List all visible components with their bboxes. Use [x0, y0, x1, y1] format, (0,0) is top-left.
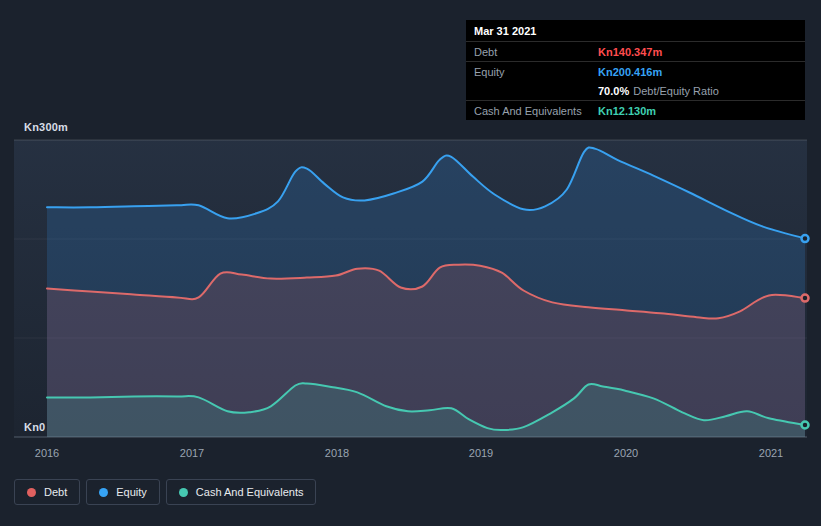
- tooltip-equity-row: Equity Kn200.416m: [466, 62, 805, 81]
- chart-legend: Debt Equity Cash And Equivalents: [14, 479, 316, 505]
- legend-cash-label: Cash And Equivalents: [196, 486, 304, 498]
- debt-equity-chart-panel: Kn300m Kn0 2016 2017 2018 2019 2020 2021…: [0, 0, 821, 526]
- tooltip-debt-value: Kn140.347m: [598, 46, 662, 58]
- cash-legend-dot-icon: [179, 488, 188, 497]
- debt-legend-dot-icon: [27, 488, 36, 497]
- tooltip-ratio-row: 70.0%Debt/Equity Ratio: [466, 81, 805, 101]
- tooltip-date: Mar 31 2021: [466, 20, 805, 42]
- x-tick-2017: 2017: [180, 447, 204, 459]
- tooltip-equity-value: Kn200.416m: [598, 66, 662, 78]
- tooltip-debt-label: Debt: [474, 46, 598, 58]
- legend-item-cash[interactable]: Cash And Equivalents: [166, 479, 317, 505]
- tooltip-cash-row: Cash And Equivalents Kn12.130m: [466, 101, 805, 120]
- legend-debt-label: Debt: [44, 486, 67, 498]
- x-tick-2016: 2016: [35, 447, 59, 459]
- y-axis-max-label: Kn300m: [24, 121, 68, 133]
- legend-item-debt[interactable]: Debt: [14, 479, 80, 505]
- equity-legend-dot-icon: [99, 488, 108, 497]
- tooltip-ratio-value: 70.0%Debt/Equity Ratio: [598, 85, 719, 97]
- tooltip-ratio-text: Debt/Equity Ratio: [633, 85, 719, 97]
- chart-tooltip: Mar 31 2021 Debt Kn140.347m Equity Kn200…: [466, 20, 805, 120]
- tooltip-debt-row: Debt Kn140.347m: [466, 42, 805, 62]
- tooltip-cash-label: Cash And Equivalents: [474, 105, 598, 117]
- tooltip-equity-label: Equity: [474, 66, 598, 78]
- x-tick-2020: 2020: [614, 447, 638, 459]
- legend-item-equity[interactable]: Equity: [86, 479, 160, 505]
- y-axis-min-label: Kn0: [24, 421, 45, 433]
- x-tick-2019: 2019: [469, 447, 493, 459]
- legend-equity-label: Equity: [116, 486, 147, 498]
- x-tick-2021: 2021: [759, 447, 783, 459]
- tooltip-cash-value: Kn12.130m: [598, 105, 656, 117]
- x-tick-2018: 2018: [325, 447, 349, 459]
- tooltip-ratio-number: 70.0%: [598, 85, 629, 97]
